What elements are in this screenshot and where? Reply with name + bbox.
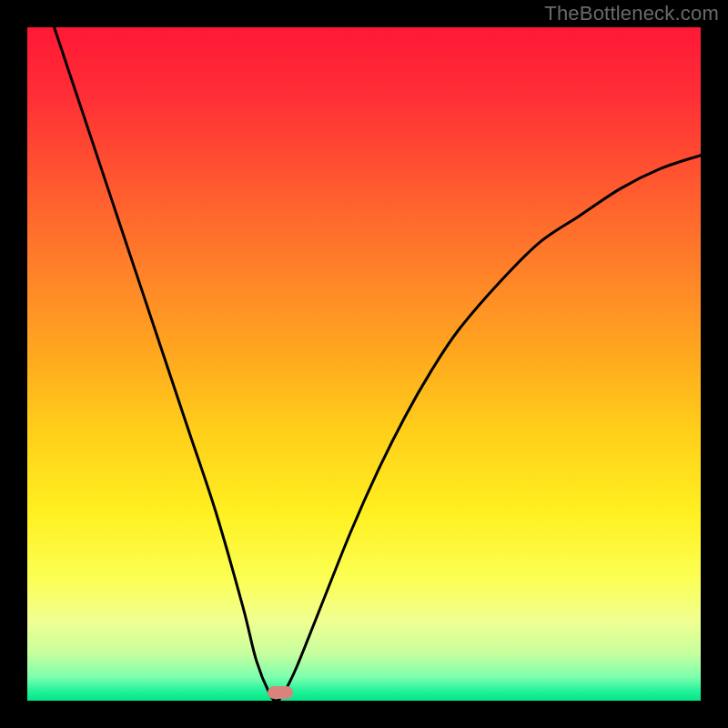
- chart-frame: TheBottleneck.com: [0, 0, 728, 728]
- watermark-text: TheBottleneck.com: [544, 2, 719, 25]
- optimal-point-marker: [268, 686, 293, 699]
- bottleneck-curve: [27, 27, 701, 701]
- plot-area: [27, 27, 701, 701]
